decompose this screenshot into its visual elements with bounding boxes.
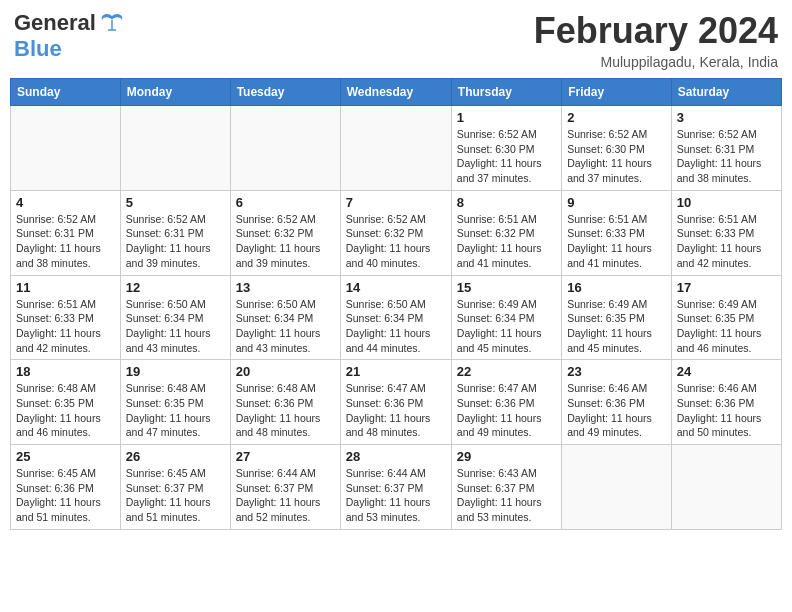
calendar-cell: 5Sunrise: 6:52 AM Sunset: 6:31 PM Daylig… — [120, 190, 230, 275]
day-number: 14 — [346, 280, 446, 295]
day-info: Sunrise: 6:50 AM Sunset: 6:34 PM Dayligh… — [126, 297, 225, 356]
calendar-cell: 26Sunrise: 6:45 AM Sunset: 6:37 PM Dayli… — [120, 445, 230, 530]
day-info: Sunrise: 6:47 AM Sunset: 6:36 PM Dayligh… — [346, 381, 446, 440]
col-header-friday: Friday — [562, 79, 672, 106]
day-info: Sunrise: 6:52 AM Sunset: 6:32 PM Dayligh… — [236, 212, 335, 271]
day-info: Sunrise: 6:51 AM Sunset: 6:33 PM Dayligh… — [16, 297, 115, 356]
calendar-cell: 8Sunrise: 6:51 AM Sunset: 6:32 PM Daylig… — [451, 190, 561, 275]
day-number: 24 — [677, 364, 776, 379]
calendar-header-row: SundayMondayTuesdayWednesdayThursdayFrid… — [11, 79, 782, 106]
day-number: 28 — [346, 449, 446, 464]
calendar-cell: 27Sunrise: 6:44 AM Sunset: 6:37 PM Dayli… — [230, 445, 340, 530]
calendar-cell — [671, 445, 781, 530]
day-info: Sunrise: 6:48 AM Sunset: 6:35 PM Dayligh… — [16, 381, 115, 440]
title-block: February 2024 Muluppilagadu, Kerala, Ind… — [534, 10, 778, 70]
day-info: Sunrise: 6:49 AM Sunset: 6:34 PM Dayligh… — [457, 297, 556, 356]
day-number: 15 — [457, 280, 556, 295]
logo: General Blue — [14, 10, 126, 62]
day-info: Sunrise: 6:44 AM Sunset: 6:37 PM Dayligh… — [236, 466, 335, 525]
calendar-cell: 20Sunrise: 6:48 AM Sunset: 6:36 PM Dayli… — [230, 360, 340, 445]
calendar-cell: 2Sunrise: 6:52 AM Sunset: 6:30 PM Daylig… — [562, 106, 672, 191]
location-title: Muluppilagadu, Kerala, India — [534, 54, 778, 70]
day-info: Sunrise: 6:46 AM Sunset: 6:36 PM Dayligh… — [677, 381, 776, 440]
day-number: 19 — [126, 364, 225, 379]
col-header-wednesday: Wednesday — [340, 79, 451, 106]
calendar-week-row: 1Sunrise: 6:52 AM Sunset: 6:30 PM Daylig… — [11, 106, 782, 191]
col-header-tuesday: Tuesday — [230, 79, 340, 106]
calendar-cell: 18Sunrise: 6:48 AM Sunset: 6:35 PM Dayli… — [11, 360, 121, 445]
day-number: 11 — [16, 280, 115, 295]
day-info: Sunrise: 6:51 AM Sunset: 6:32 PM Dayligh… — [457, 212, 556, 271]
day-number: 18 — [16, 364, 115, 379]
calendar-cell: 17Sunrise: 6:49 AM Sunset: 6:35 PM Dayli… — [671, 275, 781, 360]
day-number: 3 — [677, 110, 776, 125]
day-number: 4 — [16, 195, 115, 210]
day-info: Sunrise: 6:46 AM Sunset: 6:36 PM Dayligh… — [567, 381, 666, 440]
day-number: 29 — [457, 449, 556, 464]
day-number: 1 — [457, 110, 556, 125]
calendar-cell: 15Sunrise: 6:49 AM Sunset: 6:34 PM Dayli… — [451, 275, 561, 360]
calendar-cell: 14Sunrise: 6:50 AM Sunset: 6:34 PM Dayli… — [340, 275, 451, 360]
day-number: 7 — [346, 195, 446, 210]
day-info: Sunrise: 6:48 AM Sunset: 6:35 PM Dayligh… — [126, 381, 225, 440]
day-number: 27 — [236, 449, 335, 464]
day-number: 17 — [677, 280, 776, 295]
day-number: 12 — [126, 280, 225, 295]
day-info: Sunrise: 6:48 AM Sunset: 6:36 PM Dayligh… — [236, 381, 335, 440]
day-number: 23 — [567, 364, 666, 379]
day-number: 21 — [346, 364, 446, 379]
day-number: 16 — [567, 280, 666, 295]
calendar-cell: 29Sunrise: 6:43 AM Sunset: 6:37 PM Dayli… — [451, 445, 561, 530]
calendar-cell: 4Sunrise: 6:52 AM Sunset: 6:31 PM Daylig… — [11, 190, 121, 275]
calendar-cell: 19Sunrise: 6:48 AM Sunset: 6:35 PM Dayli… — [120, 360, 230, 445]
day-number: 20 — [236, 364, 335, 379]
calendar-cell: 1Sunrise: 6:52 AM Sunset: 6:30 PM Daylig… — [451, 106, 561, 191]
col-header-monday: Monday — [120, 79, 230, 106]
day-info: Sunrise: 6:47 AM Sunset: 6:36 PM Dayligh… — [457, 381, 556, 440]
day-number: 9 — [567, 195, 666, 210]
calendar-cell: 9Sunrise: 6:51 AM Sunset: 6:33 PM Daylig… — [562, 190, 672, 275]
calendar-cell — [11, 106, 121, 191]
calendar-cell — [340, 106, 451, 191]
calendar-week-row: 25Sunrise: 6:45 AM Sunset: 6:36 PM Dayli… — [11, 445, 782, 530]
day-info: Sunrise: 6:43 AM Sunset: 6:37 PM Dayligh… — [457, 466, 556, 525]
day-info: Sunrise: 6:44 AM Sunset: 6:37 PM Dayligh… — [346, 466, 446, 525]
calendar-cell: 22Sunrise: 6:47 AM Sunset: 6:36 PM Dayli… — [451, 360, 561, 445]
logo-blue-text: Blue — [14, 36, 62, 61]
logo-bird-icon — [98, 12, 126, 34]
calendar-table: SundayMondayTuesdayWednesdayThursdayFrid… — [10, 78, 782, 530]
logo-general-text: General — [14, 10, 96, 36]
calendar-week-row: 18Sunrise: 6:48 AM Sunset: 6:35 PM Dayli… — [11, 360, 782, 445]
calendar-cell: 6Sunrise: 6:52 AM Sunset: 6:32 PM Daylig… — [230, 190, 340, 275]
calendar-cell — [230, 106, 340, 191]
calendar-week-row: 4Sunrise: 6:52 AM Sunset: 6:31 PM Daylig… — [11, 190, 782, 275]
day-info: Sunrise: 6:51 AM Sunset: 6:33 PM Dayligh… — [567, 212, 666, 271]
day-info: Sunrise: 6:50 AM Sunset: 6:34 PM Dayligh… — [346, 297, 446, 356]
day-number: 6 — [236, 195, 335, 210]
calendar-cell: 25Sunrise: 6:45 AM Sunset: 6:36 PM Dayli… — [11, 445, 121, 530]
day-number: 2 — [567, 110, 666, 125]
day-info: Sunrise: 6:52 AM Sunset: 6:30 PM Dayligh… — [567, 127, 666, 186]
calendar-cell: 10Sunrise: 6:51 AM Sunset: 6:33 PM Dayli… — [671, 190, 781, 275]
col-header-thursday: Thursday — [451, 79, 561, 106]
day-number: 5 — [126, 195, 225, 210]
calendar-cell — [562, 445, 672, 530]
calendar-week-row: 11Sunrise: 6:51 AM Sunset: 6:33 PM Dayli… — [11, 275, 782, 360]
calendar-cell: 7Sunrise: 6:52 AM Sunset: 6:32 PM Daylig… — [340, 190, 451, 275]
day-info: Sunrise: 6:49 AM Sunset: 6:35 PM Dayligh… — [567, 297, 666, 356]
col-header-sunday: Sunday — [11, 79, 121, 106]
calendar-cell: 16Sunrise: 6:49 AM Sunset: 6:35 PM Dayli… — [562, 275, 672, 360]
calendar-cell: 21Sunrise: 6:47 AM Sunset: 6:36 PM Dayli… — [340, 360, 451, 445]
day-info: Sunrise: 6:51 AM Sunset: 6:33 PM Dayligh… — [677, 212, 776, 271]
day-info: Sunrise: 6:52 AM Sunset: 6:30 PM Dayligh… — [457, 127, 556, 186]
calendar-cell: 12Sunrise: 6:50 AM Sunset: 6:34 PM Dayli… — [120, 275, 230, 360]
day-number: 22 — [457, 364, 556, 379]
day-info: Sunrise: 6:52 AM Sunset: 6:31 PM Dayligh… — [16, 212, 115, 271]
day-number: 10 — [677, 195, 776, 210]
calendar-cell: 11Sunrise: 6:51 AM Sunset: 6:33 PM Dayli… — [11, 275, 121, 360]
day-info: Sunrise: 6:52 AM Sunset: 6:32 PM Dayligh… — [346, 212, 446, 271]
day-info: Sunrise: 6:45 AM Sunset: 6:36 PM Dayligh… — [16, 466, 115, 525]
calendar-cell: 23Sunrise: 6:46 AM Sunset: 6:36 PM Dayli… — [562, 360, 672, 445]
day-number: 13 — [236, 280, 335, 295]
calendar-cell: 3Sunrise: 6:52 AM Sunset: 6:31 PM Daylig… — [671, 106, 781, 191]
